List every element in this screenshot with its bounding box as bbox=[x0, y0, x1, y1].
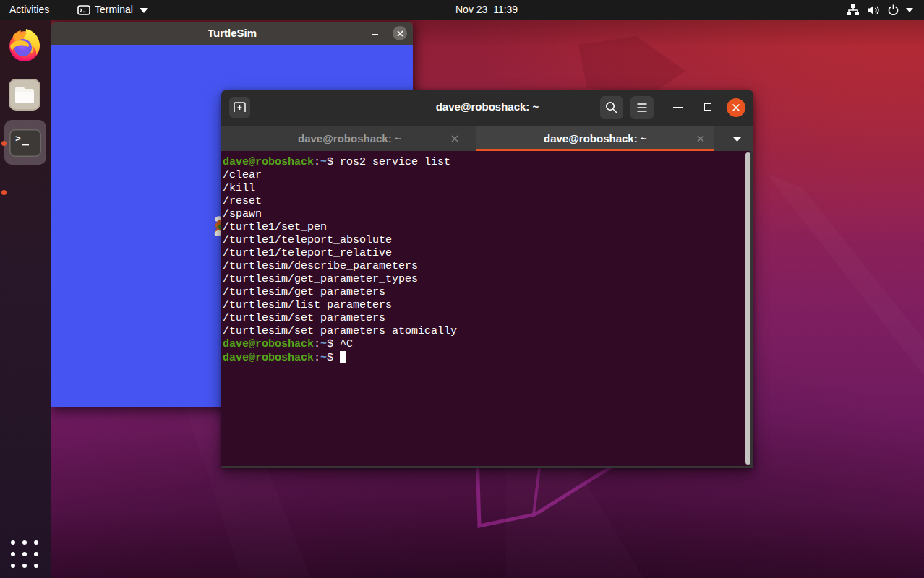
svg-text:>: > bbox=[15, 134, 21, 144]
